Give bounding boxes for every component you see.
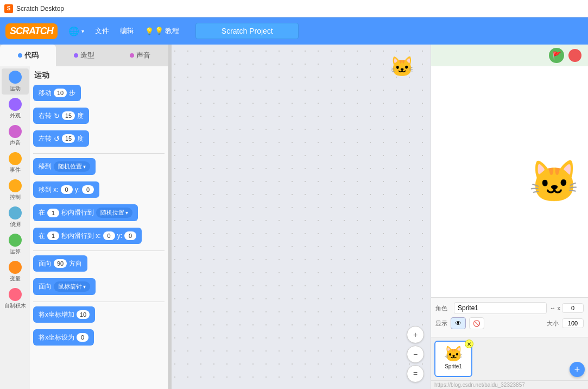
block-add-x[interactable]: 将x坐标增加 10 xyxy=(33,306,95,323)
tab-code-label: 代码 xyxy=(24,51,39,60)
operators-dot xyxy=(9,234,22,247)
control-label: 控制 xyxy=(10,193,21,201)
sidebar-item-sensing[interactable]: 侦测 xyxy=(2,204,29,230)
size-input[interactable] xyxy=(562,318,584,328)
looks-label: 外观 xyxy=(10,112,21,120)
sprite-visibility-row: 显示 👁 🚫 大小 xyxy=(435,317,584,329)
bottom-bar: https://blog.csdn.net/baidu_32323857 xyxy=(431,380,588,389)
sound-label: 声音 xyxy=(10,139,21,147)
sound-dot xyxy=(130,53,134,58)
zoom-out-btn[interactable]: − xyxy=(407,346,424,363)
eye-open-icon: 👁 xyxy=(455,319,461,327)
block-goto-xy[interactable]: 移到 x: 0 y: 0 xyxy=(33,181,99,198)
variables-dot xyxy=(9,261,22,274)
sprite-name-input[interactable] xyxy=(454,302,547,314)
blocks-list: 运动 移动 10 步 右转 ↻ 15 度 xyxy=(30,66,168,389)
x-input[interactable] xyxy=(562,303,584,313)
zoom-controls: + − = xyxy=(407,326,424,382)
cat-sprite-stage: 🐱 xyxy=(529,158,580,206)
sidebar-item-myblocks[interactable]: 自制积木 xyxy=(2,286,29,312)
green-flag-icon: 🚩 xyxy=(552,51,561,60)
block-goto[interactable]: 移到 随机位置 xyxy=(33,158,96,175)
sensing-dot xyxy=(9,206,22,219)
list-item[interactable]: ✕ 🐱 Sprite1 xyxy=(434,341,472,377)
sprite-thumb-image: 🐱 xyxy=(444,344,463,363)
sensing-label: 侦测 xyxy=(10,221,21,228)
blocks-container: 运动 外观 声音 事件 控制 xyxy=(0,66,168,389)
motion-dot xyxy=(9,71,22,84)
main-area: 代码 造型 声音 运动 外观 xyxy=(0,45,588,389)
zoom-reset-btn[interactable]: = xyxy=(407,365,424,382)
sprite-info-name-row: 角色 ↔ x xyxy=(435,302,584,314)
show-visible-btn[interactable]: 👁 xyxy=(451,317,466,329)
block-face-dir[interactable]: 面向 90 方向 xyxy=(33,255,87,272)
sprite-thumb-label: Sprite1 xyxy=(445,363,462,369)
myblocks-dot xyxy=(9,288,22,301)
block-turn-right[interactable]: 右转 ↻ 15 度 xyxy=(33,108,89,124)
sound-dot2 xyxy=(9,125,22,138)
sidebar-item-operators[interactable]: 运算 xyxy=(2,231,29,258)
title-bar: S Scratch Desktop xyxy=(0,0,588,17)
events-label: 事件 xyxy=(10,166,21,174)
block-face-mouse[interactable]: 面向 鼠标箭针 xyxy=(33,278,96,295)
block-glide[interactable]: 在 1 秒内滑行到 随机位置 xyxy=(33,204,138,221)
block-glide-xy[interactable]: 在 1 秒内滑行到 x: 0 y: 0 xyxy=(33,228,142,244)
sidebar-item-motion[interactable]: 运动 xyxy=(2,68,29,95)
stop-btn[interactable] xyxy=(568,49,581,62)
sprite-info: 角色 ↔ x 显示 👁 🚫 大小 xyxy=(431,297,588,337)
tab-sound[interactable]: 声音 xyxy=(112,45,168,66)
globe-icon: 🌐 xyxy=(68,26,79,36)
looks-dot2 xyxy=(9,98,22,111)
code-area: ··· 🐱 + − = xyxy=(168,45,431,389)
tab-looks[interactable]: 造型 xyxy=(56,45,112,66)
show-hidden-btn[interactable]: 🚫 xyxy=(469,317,484,329)
x-label: x xyxy=(558,305,561,311)
blocks-panel: 代码 造型 声音 运动 外观 xyxy=(0,45,168,389)
left-drag-handle[interactable]: ··· xyxy=(168,45,172,389)
sidebar-item-looks[interactable]: 外观 xyxy=(2,96,29,122)
window-title: Scratch Desktop xyxy=(16,5,64,12)
show-label: 显示 xyxy=(435,319,447,328)
code-dot xyxy=(18,53,22,58)
sidebar-item-sound[interactable]: 声音 xyxy=(2,123,29,149)
block-set-x[interactable]: 将x坐标设为 0 xyxy=(33,329,94,346)
sidebar-item-variables[interactable]: 变量 xyxy=(2,259,29,285)
bulb-icon: 💡 xyxy=(145,27,154,35)
category-sidebar: 运动 外观 声音 事件 控制 xyxy=(0,66,30,389)
zoom-in-btn[interactable]: + xyxy=(407,326,424,343)
tab-looks-label: 造型 xyxy=(80,51,94,60)
myblocks-label: 自制积木 xyxy=(4,302,26,310)
x-arrow-icon: ↔ xyxy=(550,305,556,311)
project-title-input[interactable] xyxy=(195,23,299,39)
sidebar-item-events[interactable]: 事件 xyxy=(2,150,29,176)
green-flag-btn[interactable]: 🚩 xyxy=(549,48,564,63)
block-turn-left[interactable]: 左转 ↺ 15 度 xyxy=(33,130,89,147)
role-label: 角色 xyxy=(435,304,451,312)
blocks-section-title: 运动 xyxy=(33,71,165,80)
tabs-row: 代码 造型 声音 xyxy=(0,45,168,66)
motion-label: 运动 xyxy=(10,85,21,92)
globe-menu[interactable]: 🌐 ▾ xyxy=(63,23,90,40)
sidebar-item-control[interactable]: 控制 xyxy=(2,177,29,203)
events-dot xyxy=(9,152,22,165)
block-move[interactable]: 移动 10 步 xyxy=(33,85,81,101)
stage-controls: 🚩 xyxy=(431,45,588,66)
divider-1 xyxy=(33,153,165,154)
control-dot xyxy=(9,179,22,192)
sprite-coord-x: ↔ x xyxy=(550,303,584,313)
sprite-delete-btn[interactable]: ✕ xyxy=(465,340,473,348)
stage-canvas[interactable]: 🐱 xyxy=(431,66,588,297)
watermark-text: https://blog.csdn.net/baidu_32323857 xyxy=(434,382,525,388)
globe-chevron: ▾ xyxy=(81,28,84,34)
file-menu[interactable]: 文件 xyxy=(90,23,115,39)
tab-sound-label: 声音 xyxy=(136,51,150,60)
add-sprite-btn[interactable]: + xyxy=(570,362,585,377)
tutorials-menu[interactable]: 💡 💡 教程 xyxy=(140,23,185,39)
tutorials-label: 💡 教程 xyxy=(155,26,180,36)
edit-menu[interactable]: 编辑 xyxy=(115,23,140,39)
cat-sprite-canvas: 🐱 xyxy=(390,55,414,78)
tab-code[interactable]: 代码 xyxy=(0,45,56,66)
stage-panel: 🚩 🐱 角色 ↔ x 显示 👁 xyxy=(431,45,588,389)
code-canvas[interactable]: 🐱 + − = xyxy=(168,45,431,389)
divider-3 xyxy=(33,302,165,302)
